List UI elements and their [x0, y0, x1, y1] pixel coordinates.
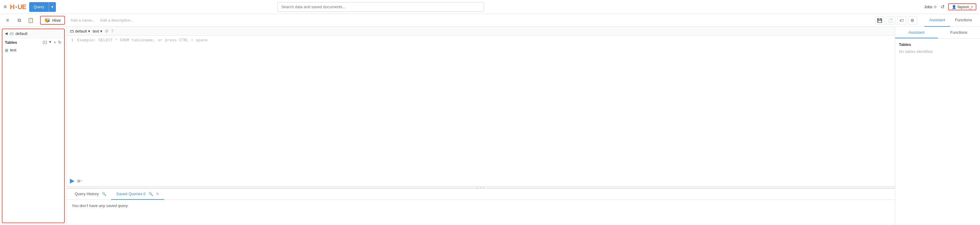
query-history-label: Query History	[75, 191, 99, 196]
user-label: fayson_r	[958, 5, 973, 9]
tab-query-history[interactable]: Query History 🔍	[70, 189, 111, 200]
tab-assistant[interactable]: Assistant	[924, 14, 950, 27]
tab-assistant-label: Assistant	[929, 18, 945, 22]
logo[interactable]: H · UE	[10, 3, 26, 11]
left-sidebar: ◀ 🗃 default Tables (1) ▼ + ↻ ▦ test	[0, 27, 67, 225]
table-icon: ▦	[5, 48, 8, 52]
main-layout: ◀ 🗃 default Tables (1) ▼ + ↻ ▦ test	[0, 27, 980, 225]
sidebar-tables-section: Tables (1) ▼ + ↻	[2, 38, 64, 46]
secondbar-right: 💾 📄 🏷 ⚙	[875, 16, 917, 25]
saved-queries-search-icon[interactable]: 🔍	[148, 192, 153, 196]
refresh-tables-icon[interactable]: ↻	[58, 40, 62, 45]
jobs-button[interactable]: Jobs ⚙	[924, 5, 937, 9]
right-tabs: Assistant Functions	[924, 14, 977, 27]
query-button[interactable]: Query ▾	[29, 2, 56, 12]
run-area: ▶ ▣▿	[67, 175, 895, 186]
right-panel: Assistant Functions Tables No tables ide…	[895, 27, 980, 225]
topbar-right: Jobs ⚙ ↺ 👤 fayson_r	[924, 3, 976, 10]
desc-placeholder[interactable]: Add a description...	[100, 18, 134, 22]
hive-bee-icon: 🐝	[45, 18, 51, 23]
new-doc-button[interactable]: 📄	[886, 16, 895, 25]
user-button[interactable]: 👤 fayson_r	[948, 3, 976, 10]
layers-icon[interactable]: ≡	[3, 16, 12, 25]
editor-settings-icon[interactable]: ⚙	[105, 29, 109, 34]
format-selector[interactable]: text ▾	[93, 29, 102, 34]
query-history-search-icon[interactable]: 🔍	[102, 192, 106, 196]
sidebar-db-name: default	[16, 31, 27, 36]
tables-section-title: Tables	[899, 42, 976, 47]
hive-button[interactable]: 🐝 Hive	[40, 16, 65, 25]
sidebar-tables-count: (1)	[43, 40, 47, 45]
query-dropdown-arrow[interactable]: ▾	[49, 2, 56, 12]
line-number-1: 1	[67, 38, 76, 43]
editor-toolbar: 🗃 default ▾ text ▾ ⚙ ?	[67, 27, 895, 35]
sidebar-tables-title: Tables	[5, 40, 17, 45]
saved-queries-refresh-icon[interactable]: ↻	[156, 192, 159, 196]
run-button[interactable]: ▶	[70, 177, 75, 184]
sidebar-back-icon[interactable]: ◀	[5, 31, 8, 35]
logo-dot: ·	[15, 3, 17, 11]
tag-button[interactable]: 🏷	[897, 16, 906, 25]
tab-functions-label: Functions	[955, 18, 972, 22]
secondbar-icons: ≡ ⧉ 📋	[3, 16, 35, 25]
resize-handle[interactable]: • • •	[67, 186, 895, 188]
jobs-settings-icon: ⚙	[934, 5, 937, 9]
secondbar: ≡ ⧉ 📋 🐝 Hive Add a name... Add a descrip…	[0, 14, 980, 27]
sidebar-section-icons: ▼ + ↻	[48, 40, 62, 45]
bottom-panel: Query History 🔍 Saved Queries 0 🔍 ↻ You …	[67, 188, 895, 225]
right-panel-tabs: Assistant Functions	[895, 27, 980, 38]
search-bar	[277, 2, 484, 12]
logo-ue: UE	[18, 3, 26, 11]
run-sub-icons[interactable]: ▣▿	[77, 179, 83, 183]
saved-queries-label: Saved Queries 0	[116, 191, 145, 196]
tables-empty-message: No tables identified.	[899, 49, 976, 54]
table-name: test	[10, 48, 16, 52]
user-icon: 👤	[952, 5, 956, 9]
topbar: ≡ H · UE Query ▾ Jobs ⚙ ↺ 👤 fayson_r	[0, 0, 980, 14]
jobs-label: Jobs	[924, 5, 932, 9]
db-selector[interactable]: 🗃 default ▾	[70, 29, 90, 34]
settings-button[interactable]: ⚙	[908, 16, 917, 25]
bottom-content: You don't have any saved query.	[67, 200, 895, 212]
code-line-1: 1 Example: SELECT * FROM tablename, or p…	[67, 38, 895, 44]
hive-label: Hive	[52, 18, 61, 23]
topbar-left: ≡ H · UE Query ▾	[4, 2, 56, 12]
docs-icon[interactable]: 📋	[26, 16, 35, 25]
right-panel-content: Tables No tables identified.	[895, 38, 980, 57]
tab-saved-queries[interactable]: Saved Queries 0 🔍 ↻	[111, 189, 164, 200]
db-selector-icon: 🗃	[70, 29, 74, 34]
right-tab-assistant-label: Assistant	[908, 30, 924, 35]
format-dropdown-arrow: ▾	[100, 29, 102, 34]
editor-help-icon[interactable]: ?	[111, 29, 114, 34]
right-tab-assistant[interactable]: Assistant	[895, 27, 938, 38]
name-placeholder[interactable]: Add a name...	[70, 18, 95, 22]
center-area: 🗃 default ▾ text ▾ ⚙ ? 1 Example: SELECT…	[67, 27, 895, 225]
format-label: text	[93, 29, 99, 34]
save-doc-button[interactable]: 💾	[875, 16, 884, 25]
hamburger-icon[interactable]: ≡	[4, 4, 7, 10]
sidebar-db-icon: 🗃	[10, 31, 14, 36]
query-btn-label: Query	[29, 5, 48, 9]
right-tab-functions[interactable]: Functions	[938, 27, 980, 38]
empty-saved-queries-message: You don't have any saved query.	[72, 203, 129, 208]
copy-icon[interactable]: ⧉	[14, 16, 24, 25]
line-content-1: Example: SELECT * FROM tablename, or pre…	[76, 38, 895, 43]
add-table-icon[interactable]: +	[54, 40, 56, 45]
db-selector-label: default	[75, 29, 87, 34]
sidebar-table-item-test[interactable]: ▦ test	[2, 46, 64, 54]
sidebar-header: ◀ 🗃 default	[2, 29, 64, 38]
bottom-tabs: Query History 🔍 Saved Queries 0 🔍 ↻	[67, 189, 895, 200]
right-tab-functions-label: Functions	[950, 30, 967, 35]
logo-h: H	[10, 3, 14, 11]
code-editor[interactable]: 1 Example: SELECT * FROM tablename, or p…	[67, 35, 895, 175]
search-input[interactable]	[277, 2, 484, 12]
db-dropdown-arrow: ▾	[88, 29, 90, 34]
sidebar-inner: ◀ 🗃 default Tables (1) ▼ + ↻ ▦ test	[2, 29, 65, 223]
filter-icon[interactable]: ▼	[48, 40, 52, 45]
undo-button[interactable]: ↺	[940, 4, 945, 10]
tab-functions[interactable]: Functions	[950, 14, 977, 27]
